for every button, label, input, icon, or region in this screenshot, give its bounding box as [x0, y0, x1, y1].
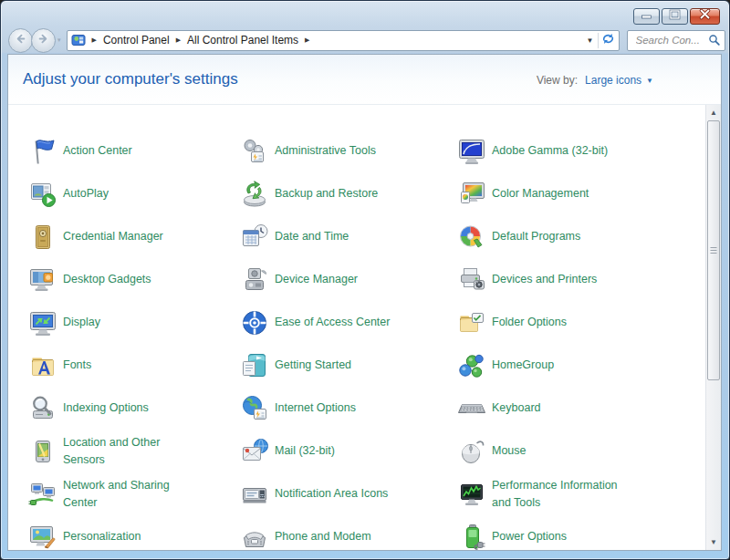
getting-started-icon	[240, 351, 269, 380]
scrollbar-thumb[interactable]	[707, 120, 720, 380]
control-panel-item-devices-and-printers[interactable]: Devices and Printers	[457, 258, 721, 301]
control-panel-item-phone-and-modem[interactable]: Phone and Modem	[240, 515, 457, 550]
control-panel-item-autoplay[interactable]: AutoPlay	[28, 172, 240, 215]
back-button[interactable]	[8, 28, 33, 53]
search-box[interactable]	[627, 30, 725, 51]
scroll-up-button[interactable]: ▲	[706, 105, 721, 120]
control-panel-item-personalization[interactable]: Personalization	[28, 515, 240, 550]
control-panel-item-color-management[interactable]: Color Management	[457, 172, 721, 215]
chevron-down-icon: ▼	[587, 36, 594, 45]
control-panel-item-indexing-options[interactable]: Indexing Options	[28, 387, 240, 430]
recent-pages-chevron-icon[interactable]: ▾	[57, 36, 61, 44]
scroll-down-button[interactable]: ▼	[706, 534, 721, 550]
display-icon	[28, 308, 57, 337]
breadcrumb-arrow-icon: ▶	[176, 36, 181, 44]
close-button[interactable]	[690, 8, 720, 25]
item-label: Desktop Gadgets	[63, 271, 151, 288]
item-label: Credential Manager	[63, 228, 163, 245]
control-panel-icon	[71, 33, 86, 47]
control-panel-item-backup-and-restore[interactable]: Backup and Restore	[240, 172, 457, 215]
control-panel-item-display[interactable]: Display	[28, 301, 240, 344]
control-panel-item-fonts[interactable]: Fonts	[28, 344, 240, 387]
network-sharing-icon	[28, 480, 57, 509]
item-label: Mail (32-bit)	[275, 442, 335, 460]
refresh-button[interactable]	[599, 31, 619, 50]
control-panel-item-keyboard[interactable]: Keyboard	[457, 387, 721, 430]
devices-printers-icon	[457, 265, 486, 295]
items-pane: Action CenterAdministrative ToolsAdobe G…	[8, 105, 721, 550]
control-panel-item-action-center[interactable]: Action Center	[28, 130, 240, 172]
control-panel-item-notification-area-icons[interactable]: Notification Area Icons	[240, 472, 457, 515]
control-panel-item-default-programs[interactable]: Default Programs	[457, 215, 721, 258]
mail-icon	[240, 437, 269, 466]
control-panel-item-desktop-gadgets[interactable]: Desktop Gadgets	[28, 258, 240, 301]
search-input[interactable]	[634, 34, 708, 47]
control-panel-item-folder-options[interactable]: Folder Options	[457, 301, 721, 344]
control-panel-item-location-and-other-sensors[interactable]: Location and Other Sensors	[28, 430, 240, 472]
address-dropdown-button[interactable]: ▼	[583, 36, 598, 45]
content-area: Adjust your computer's settings View by:…	[7, 54, 722, 551]
item-label: Ease of Access Center	[275, 314, 390, 331]
item-label: Keyboard	[492, 399, 541, 417]
item-label: Action Center	[63, 142, 132, 160]
control-panel-item-device-manager[interactable]: Device Manager	[240, 258, 457, 301]
autoplay-icon	[28, 180, 57, 209]
control-panel-item-performance-information-and-tools[interactable]: Performance Information and Tools	[457, 472, 721, 515]
control-panel-item-adobe-gamma-32-bit[interactable]: Adobe Gamma (32-bit)	[457, 130, 721, 172]
breadcrumb-arrow-icon: ▶	[92, 36, 97, 44]
control-panel-item-date-and-time[interactable]: Date and Time	[240, 215, 457, 258]
credential-manager-icon	[28, 223, 57, 252]
control-panel-item-mail-32-bit[interactable]: Mail (32-bit)	[240, 430, 457, 472]
forward-button[interactable]	[31, 28, 56, 53]
view-by-control: View by: Large icons ▼	[537, 74, 653, 87]
item-label: Display	[63, 314, 100, 331]
internet-options-icon	[240, 394, 269, 423]
breadcrumb-all-items[interactable]: All Control Panel Items	[187, 34, 298, 47]
item-label: Performance Information and Tools	[492, 477, 629, 512]
vertical-scrollbar[interactable]: ▲ ▼	[705, 105, 721, 550]
title-bar[interactable]	[1, 1, 729, 26]
control-panel-item-credential-manager[interactable]: Credential Manager	[28, 215, 240, 258]
breadcrumb-control-panel[interactable]: Control Panel	[103, 34, 170, 47]
view-by-value: Large icons	[585, 74, 641, 87]
item-label: Default Programs	[492, 228, 580, 245]
item-label: Devices and Printers	[492, 271, 597, 288]
chevron-down-icon: ▼	[646, 77, 653, 85]
item-label: Internet Options	[275, 399, 356, 417]
item-label: Mouse	[492, 442, 527, 460]
phone-modem-icon	[240, 523, 269, 551]
control-panel-item-ease-of-access-center[interactable]: Ease of Access Center	[240, 301, 457, 344]
header-band: Adjust your computer's settings View by:…	[8, 55, 721, 105]
ease-of-access-icon	[240, 308, 269, 337]
item-label: Date and Time	[275, 228, 349, 245]
action-center-icon	[28, 137, 57, 166]
search-magnifier-icon[interactable]	[708, 34, 721, 47]
control-panel-items-grid: Action CenterAdministrative ToolsAdobe G…	[28, 105, 721, 550]
item-label: Administrative Tools	[275, 142, 376, 160]
back-arrow-icon	[13, 31, 28, 50]
date-time-icon	[240, 223, 269, 252]
navigation-bar: ▾ ▶ Control Panel ▶ All Control Panel It…	[1, 26, 729, 54]
control-panel-item-mouse[interactable]: Mouse	[457, 430, 721, 472]
address-bar[interactable]: ▶ Control Panel ▶ All Control Panel Item…	[67, 30, 620, 51]
adobe-gamma-icon	[457, 137, 486, 166]
indexing-options-icon	[28, 394, 57, 423]
homegroup-icon	[457, 351, 486, 380]
item-label: Notification Area Icons	[275, 485, 388, 503]
forward-arrow-icon	[36, 31, 51, 50]
control-panel-item-network-and-sharing-center[interactable]: Network and Sharing Center	[28, 472, 240, 515]
administrative-tools-icon	[240, 137, 269, 166]
control-panel-item-getting-started[interactable]: Getting Started	[240, 344, 457, 387]
device-manager-icon	[240, 265, 269, 295]
default-programs-icon	[457, 223, 486, 252]
close-icon	[690, 7, 720, 26]
control-panel-item-power-options[interactable]: Power Options	[457, 515, 721, 550]
minimize-button[interactable]	[633, 8, 660, 25]
control-panel-item-homegroup[interactable]: HomeGroup	[457, 344, 721, 387]
control-panel-item-administrative-tools[interactable]: Administrative Tools	[240, 130, 457, 172]
view-by-selector[interactable]: Large icons ▼	[585, 74, 653, 87]
control-panel-item-internet-options[interactable]: Internet Options	[240, 387, 457, 430]
item-label: Location and Other Sensors	[63, 434, 200, 469]
maximize-icon	[662, 7, 688, 26]
maximize-button[interactable]	[662, 8, 688, 25]
